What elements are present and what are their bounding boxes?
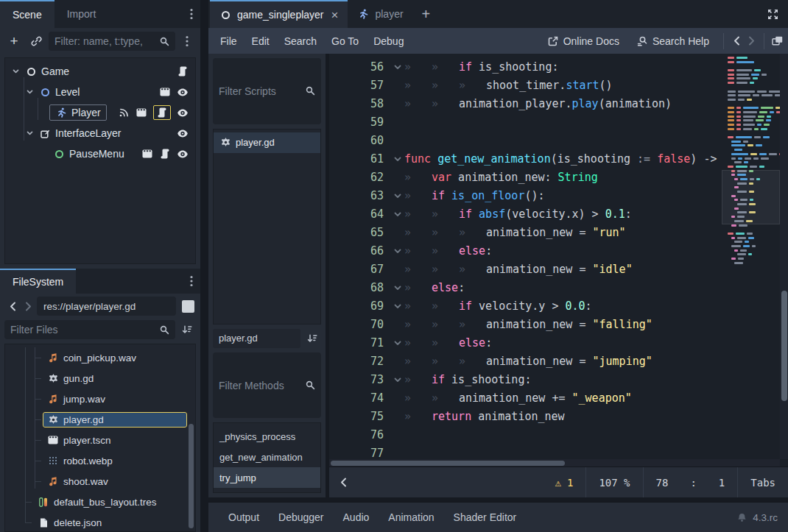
minimap[interactable] [728, 54, 779, 459]
visibility-icon[interactable] [177, 150, 189, 158]
fs-forward-button[interactable] [21, 297, 35, 315]
filter-files-input[interactable]: Filter Files [4, 320, 175, 339]
script-icon[interactable] [156, 107, 168, 118]
scene-node-row[interactable]: Level [5, 82, 195, 102]
file-row[interactable]: player.gd [5, 409, 195, 430]
code-line[interactable]: 59 [329, 113, 788, 132]
add-node-button[interactable]: + [4, 32, 24, 51]
fold-arrow-icon[interactable] [391, 187, 404, 205]
code-editor[interactable]: 56»»if is_shooting:57»»»shoot_timer.star… [329, 54, 788, 467]
expand-arrow-icon[interactable] [10, 69, 21, 74]
notifications-bell-icon[interactable] [737, 513, 747, 522]
scene-node-row[interactable]: InterfaceLayer [5, 123, 195, 143]
close-icon[interactable]: × [331, 9, 339, 21]
file-row[interactable]: gun.gd [5, 368, 195, 389]
tab-filesystem[interactable]: FileSystem [0, 269, 76, 294]
visibility-icon[interactable] [177, 109, 189, 117]
file-row[interactable]: player.tscn [5, 430, 195, 450]
code-line[interactable]: 74»»animation_new += "_weapon" [329, 389, 788, 408]
scene-node-row[interactable]: PauseMenu [5, 143, 195, 164]
bottom-tab-shader-editor[interactable]: Shader Editor [444, 511, 527, 523]
fs-path-input[interactable]: res://player/player.gd [37, 297, 176, 316]
script-list-item[interactable]: player.gd [214, 132, 320, 153]
filter-scripts-input[interactable]: Filter Scripts [213, 58, 321, 124]
fs-back-button[interactable] [6, 297, 19, 315]
code-line[interactable]: 57»»»shoot_timer.start() [329, 77, 788, 95]
method-sort-button[interactable] [303, 330, 321, 347]
instanced-scene-icon[interactable] [159, 88, 171, 96]
code-line[interactable]: 63»if is_on_floor(): [329, 187, 788, 205]
code-line[interactable]: 67»»»animation_new = "idle" [329, 260, 788, 279]
script-icon[interactable] [177, 66, 189, 77]
tab-import[interactable]: Import [54, 0, 109, 28]
code-line[interactable]: 70»»»animation_new = "falling" [329, 316, 788, 334]
bottom-tab-animation[interactable]: Animation [379, 511, 443, 523]
code-line[interactable]: 72»»»animation_new = "jumping" [329, 352, 788, 371]
online-docs-button[interactable]: Online Docs [540, 35, 627, 47]
file-row[interactable]: robot.webp [5, 450, 195, 471]
scene-filter-input[interactable]: Filter: name, t:type, [49, 32, 175, 51]
menu-file[interactable]: File [213, 35, 245, 47]
code-line[interactable]: 64»»if absf(velocity.x) > 0.1: [329, 205, 788, 224]
distraction-free-button[interactable] [758, 0, 788, 28]
make-floating-button[interactable] [770, 32, 784, 50]
instanced-scene-icon[interactable] [136, 108, 147, 117]
script-icon[interactable] [159, 149, 171, 159]
bottom-tab-debugger[interactable]: Debugger [269, 511, 334, 523]
history-forward-button[interactable] [745, 32, 758, 50]
scene-tab-player[interactable]: player [348, 0, 412, 28]
visibility-icon[interactable] [177, 88, 189, 96]
signal-icon[interactable] [118, 108, 130, 117]
toggle-scripts-panel-button[interactable] [337, 474, 350, 492]
file-row[interactable]: shoot.wav [5, 471, 195, 492]
fold-arrow-icon[interactable] [391, 371, 404, 389]
history-back-button[interactable] [730, 32, 743, 50]
fold-arrow-icon[interactable] [391, 205, 404, 224]
code-line[interactable]: 62»var animation_new: String [329, 169, 788, 187]
filter-methods-input[interactable]: Filter Methods [213, 352, 321, 419]
minimap-viewport[interactable] [722, 170, 780, 224]
file-row[interactable]: delete.json [5, 512, 195, 532]
vertical-scrollbar[interactable] [780, 54, 788, 459]
bottom-tab-audio[interactable]: Audio [334, 511, 379, 523]
fold-arrow-icon[interactable] [391, 297, 404, 316]
code-line[interactable]: 66»»else: [329, 242, 788, 260]
new-tab-button[interactable]: + [413, 0, 440, 28]
fold-arrow-icon[interactable] [391, 334, 404, 352]
indent-type-indicator[interactable]: Tabs [738, 467, 788, 497]
file-sort-button[interactable] [178, 321, 196, 338]
fold-arrow-icon[interactable] [391, 279, 404, 297]
expand-arrow-icon[interactable] [24, 131, 35, 135]
scene-node-row[interactable]: Game [5, 61, 195, 82]
code-line[interactable]: 60 [329, 132, 788, 150]
bottom-tab-output[interactable]: Output [219, 511, 269, 523]
menu-edit[interactable]: Edit [245, 35, 277, 47]
tab-scene[interactable]: Scene [0, 0, 54, 28]
fold-arrow-icon[interactable] [391, 242, 404, 260]
editor-zoom-indicator[interactable]: 107 % [586, 467, 642, 497]
expand-arrow-icon[interactable] [24, 90, 35, 94]
code-line[interactable]: 71»»else: [329, 334, 788, 352]
code-line[interactable]: 69»»if velocity.y > 0.0: [329, 297, 788, 316]
scene-dock-menu-icon[interactable] [183, 0, 200, 28]
fold-arrow-icon[interactable] [391, 150, 404, 169]
code-line[interactable]: 73»if is_shooting: [329, 371, 788, 389]
horizontal-scrollbar[interactable] [329, 459, 780, 467]
method-list-item[interactable]: get_new_animation [214, 447, 320, 467]
code-line[interactable]: 68»else: [329, 279, 788, 297]
file-list-scrollbar[interactable] [189, 424, 194, 528]
code-line[interactable]: 56»»if is_shooting: [329, 58, 788, 77]
fold-arrow-icon[interactable] [391, 58, 404, 77]
instance-scene-link-icon[interactable] [27, 32, 46, 51]
fs-split-mode-button[interactable] [182, 300, 194, 313]
menu-debug[interactable]: Debug [366, 35, 411, 47]
scene-toolbar-menu-icon[interactable] [178, 35, 196, 47]
scene-node-row[interactable]: Player [5, 102, 195, 123]
warnings-indicator[interactable]: ⚠ 1 [543, 467, 586, 497]
menu-search[interactable]: Search [277, 35, 324, 47]
method-list-item[interactable]: _physics_process [214, 426, 320, 447]
code-line[interactable]: 61func get_new_animation(is_shooting := … [329, 150, 788, 169]
code-line[interactable]: 76 [329, 426, 788, 444]
instanced-scene-icon[interactable] [141, 149, 153, 158]
menu-go-to[interactable]: Go To [324, 35, 366, 47]
